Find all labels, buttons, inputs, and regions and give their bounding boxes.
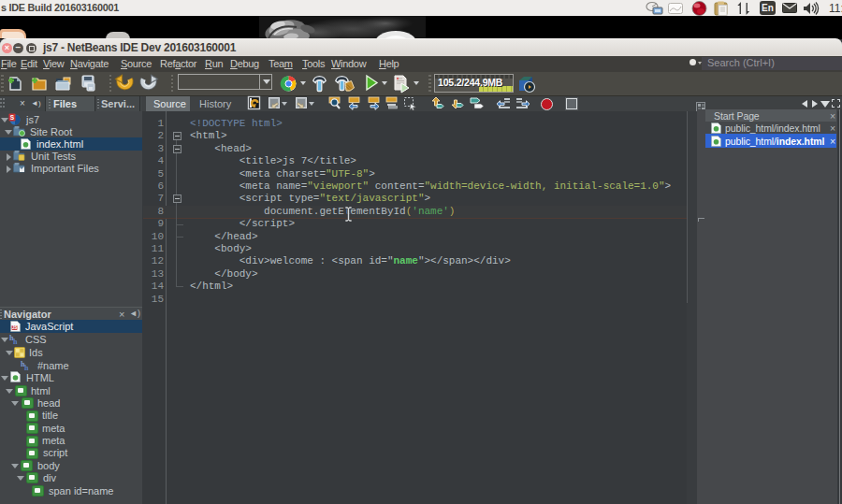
svg-text:JS: JS bbox=[12, 325, 18, 330]
svg-text:h: h bbox=[13, 338, 18, 346]
svg-text:S: S bbox=[10, 114, 15, 121]
svg-text:h: h bbox=[24, 364, 29, 372]
